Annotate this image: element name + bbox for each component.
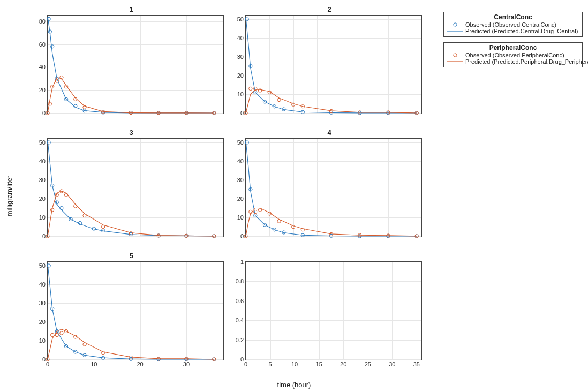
svg-point-88 <box>277 220 281 223</box>
y-tick: 60 <box>39 41 48 48</box>
svg-point-107 <box>50 333 54 336</box>
x-tick: 5 <box>268 359 272 367</box>
y-tick: 50 <box>237 139 246 146</box>
axes: 020406080 <box>47 15 224 114</box>
subplot: 301020304050 <box>32 129 230 252</box>
legend-label: Predicted (Predicted.Peripheral.Drug_Per… <box>465 58 588 65</box>
y-tick: 0.6 <box>236 298 246 304</box>
y-tick: 50 <box>39 139 48 146</box>
legend-entry: Observed (Observed.PeripheralConc) <box>447 52 579 58</box>
x-tick: 10 <box>91 359 97 367</box>
svg-point-37 <box>249 87 252 90</box>
legend-entry: Predicted (Predicted.Peripheral.Drug_Per… <box>447 58 579 65</box>
y-axis-label: milligram/liter <box>5 176 13 217</box>
y-tick: 40 <box>237 158 246 164</box>
y-tick: 0 <box>42 110 48 116</box>
legend-title: PeripheralConc <box>447 44 579 52</box>
y-tick: 40 <box>39 64 48 70</box>
legend-entry: Observed (Observed.CentralConc) <box>447 21 579 28</box>
y-tick: 40 <box>237 35 246 41</box>
y-tick: 80 <box>39 18 48 25</box>
y-tick: 20 <box>39 319 48 325</box>
y-tick: 20 <box>237 195 246 202</box>
svg-point-13 <box>48 102 51 105</box>
legend-label: Predicted (Predicted.Central.Drug_Centra… <box>465 28 578 34</box>
legend-peripheral: PeripheralConc Observed (Observed.Periph… <box>443 42 583 67</box>
x-tick: 0 <box>244 359 247 367</box>
axes: 00.20.40.60.8105101520253035 <box>245 261 422 360</box>
plot <box>246 16 421 113</box>
x-tick: 15 <box>316 359 322 367</box>
legend-entry: Predicted (Predicted.Central.Drug_Centra… <box>447 28 579 34</box>
svg-point-67 <box>101 225 104 228</box>
y-tick: 50 <box>237 16 246 22</box>
subplot: 00.20.40.60.8105101520253035 <box>230 252 428 375</box>
y-tick: 0 <box>42 233 48 239</box>
y-tick: 30 <box>237 177 246 183</box>
y-tick: 10 <box>39 337 48 344</box>
svg-point-41 <box>277 98 281 101</box>
plot <box>246 139 421 236</box>
y-tick: 10 <box>39 214 48 221</box>
svg-point-118 <box>454 23 457 26</box>
svg-point-109 <box>60 331 63 335</box>
x-tick: 10 <box>291 359 298 367</box>
subplot: 201020304050 <box>230 5 428 129</box>
y-tick: 0.8 <box>236 278 246 284</box>
svg-point-112 <box>83 343 86 346</box>
subplot: 5010203040500102030 <box>32 252 230 375</box>
line-icon <box>447 28 463 34</box>
subplot-title: 1 <box>32 5 230 13</box>
x-tick: 35 <box>413 359 420 367</box>
y-tick: 0 <box>240 110 246 116</box>
y-tick: 40 <box>39 281 48 288</box>
plot <box>48 139 223 236</box>
x-tick: 20 <box>340 359 346 367</box>
subplot: 1020406080 <box>32 5 230 129</box>
subplot-title: 5 <box>32 252 230 260</box>
subplot-title: 4 <box>230 129 428 137</box>
y-tick: 10 <box>237 214 246 221</box>
figure: milligram/liter time (hour) 102040608020… <box>0 0 588 392</box>
axes: 010203040500102030 <box>47 261 224 360</box>
svg-point-2 <box>50 45 54 48</box>
legend-label: Observed (Observed.PeripheralConc) <box>465 52 564 58</box>
y-tick: 30 <box>39 300 48 306</box>
y-tick: 40 <box>39 158 48 164</box>
subplot-title: 3 <box>32 129 230 137</box>
x-tick: 20 <box>137 359 144 367</box>
y-tick: 1 <box>240 259 246 265</box>
legend-central: CentralConc Observed (Observed.CentralCo… <box>443 12 583 37</box>
y-tick: 30 <box>39 177 48 183</box>
axes: 01020304050 <box>245 15 422 114</box>
subplot: 401020304050 <box>230 129 428 252</box>
y-tick: 10 <box>237 91 246 97</box>
y-tick: 20 <box>39 87 48 93</box>
svg-point-0 <box>47 17 50 20</box>
svg-point-108 <box>55 333 58 336</box>
svg-point-85 <box>254 210 257 213</box>
y-tick: 30 <box>237 54 246 60</box>
svg-point-86 <box>258 208 261 212</box>
legend-column: CentralConc Observed (Observed.CentralCo… <box>443 12 583 73</box>
subplot-title: 2 <box>230 5 428 13</box>
y-tick: 20 <box>39 195 48 202</box>
y-tick: 20 <box>237 72 246 79</box>
svg-point-65 <box>74 205 77 208</box>
legend-title: CentralConc <box>447 13 579 21</box>
plot <box>48 16 223 113</box>
axes: 01020304050 <box>245 138 422 237</box>
subplot-grid: 1020406080201020304050301020304050401020… <box>32 5 428 375</box>
line-icon <box>447 58 463 65</box>
plot <box>48 262 223 359</box>
y-tick: 0 <box>240 233 246 239</box>
svg-point-120 <box>454 54 457 57</box>
legend-label: Observed (Observed.CentralConc) <box>465 21 556 28</box>
y-tick: 0.2 <box>236 337 246 343</box>
y-tick: 50 <box>39 262 48 269</box>
y-tick: 0.4 <box>236 317 246 323</box>
x-axis-label: time (hour) <box>0 381 588 389</box>
marker-icon <box>447 21 463 28</box>
x-tick: 25 <box>365 359 371 367</box>
x-tick: 30 <box>389 359 395 367</box>
